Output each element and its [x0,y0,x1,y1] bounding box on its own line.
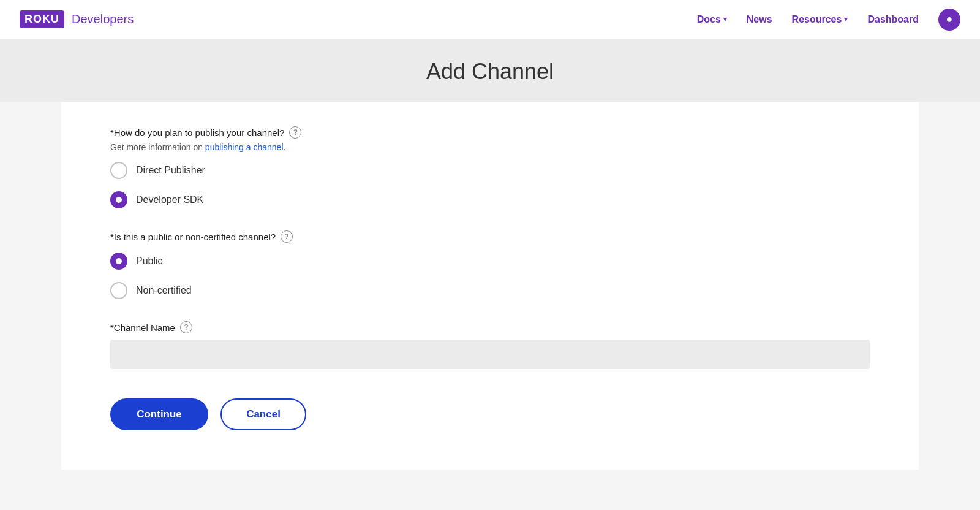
nav-resources[interactable]: Resources ▾ [792,14,848,25]
channel-type-question-text: *Is this a public or non-certified chann… [110,232,276,242]
cancel-button[interactable]: Cancel [221,398,306,430]
radio-public[interactable]: Public [110,253,870,270]
nav-dashboard[interactable]: Dashboard [867,14,919,25]
nav-dashboard-label: Dashboard [867,14,919,25]
brand-name: Developers [72,12,134,26]
button-row: Continue Cancel [110,398,870,430]
radio-direct-publisher[interactable]: Direct Publisher [110,162,870,179]
publish-hint-prefix: Get more information on [110,142,205,152]
publishing-a-channel-link[interactable]: publishing a channel. [205,142,286,152]
nav-resources-label: Resources [792,14,842,25]
radio-sdk-label: Developer SDK [136,194,203,205]
resources-chevron-icon: ▾ [844,15,848,23]
channel-name-section: *Channel Name ? [110,321,870,369]
user-icon: ● [946,13,953,26]
radio-non-certified-label: Non-certified [136,285,192,296]
channel-name-label-text: *Channel Name [110,322,175,333]
radio-non-certified-circle [110,282,127,299]
roku-logo[interactable]: ROKU [20,10,64,28]
channel-type-help-icon[interactable]: ? [281,230,293,243]
page-title: Add Channel [0,59,980,85]
nav-docs[interactable]: Docs ▾ [697,14,727,25]
radio-public-label: Public [136,256,163,267]
continue-button[interactable]: Continue [110,398,208,430]
channel-type-question: *Is this a public or non-certified chann… [110,230,870,243]
publish-question-text: *How do you plan to publish your channel… [110,128,284,138]
roku-logo-box: ROKU [20,10,64,28]
page-header: Add Channel [0,39,980,102]
docs-chevron-icon: ▾ [723,15,727,23]
radio-public-circle [110,253,127,270]
publish-help-icon[interactable]: ? [289,126,301,139]
publish-question: *How do you plan to publish your channel… [110,126,870,139]
channel-name-label: *Channel Name ? [110,321,870,333]
publish-hint: Get more information on publishing a cha… [110,142,870,152]
channel-type-section: *Is this a public or non-certified chann… [110,230,870,299]
channel-name-help-icon[interactable]: ? [180,321,192,333]
user-avatar[interactable]: ● [938,9,960,31]
nav-docs-label: Docs [697,14,721,25]
publish-method-section: *How do you plan to publish your channel… [110,126,870,208]
navbar-right: Docs ▾ News Resources ▾ Dashboard ● [697,9,960,31]
nav-news-label: News [747,14,772,25]
main-content: *How do you plan to publish your channel… [61,102,919,470]
radio-sdk-circle [110,191,127,208]
radio-direct-label: Direct Publisher [136,165,205,176]
nav-news[interactable]: News [747,14,772,25]
radio-direct-circle [110,162,127,179]
navbar-left: ROKU Developers [20,10,134,28]
navbar: ROKU Developers Docs ▾ News Resources ▾ … [0,0,980,39]
radio-developer-sdk[interactable]: Developer SDK [110,191,870,208]
channel-name-input[interactable] [110,340,870,369]
radio-non-certified[interactable]: Non-certified [110,282,870,299]
